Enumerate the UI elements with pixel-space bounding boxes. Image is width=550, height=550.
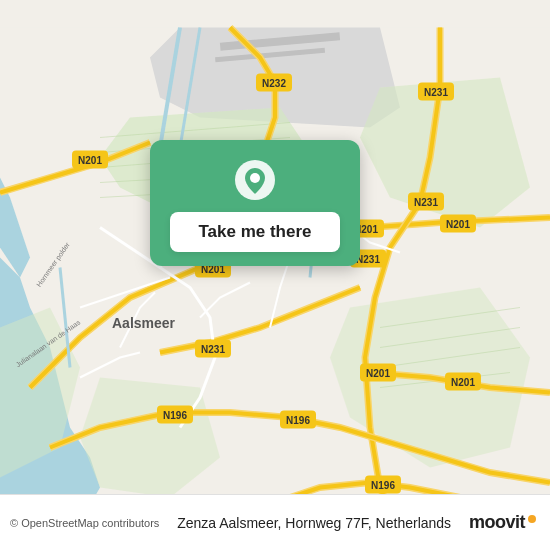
svg-text:N231: N231: [414, 197, 438, 208]
location-pin-icon: [233, 158, 277, 202]
svg-text:N201: N201: [451, 377, 475, 388]
svg-text:N232: N232: [262, 78, 286, 89]
moovit-logo-dot: [528, 515, 536, 523]
map-container: N201 N201 N201 N201 N201 N201 N231 N231 …: [0, 0, 550, 550]
svg-text:N196: N196: [163, 410, 187, 421]
svg-text:N201: N201: [78, 155, 102, 166]
svg-point-56: [250, 173, 260, 183]
svg-text:N201: N201: [366, 368, 390, 379]
popup-card: Take me there: [150, 140, 360, 266]
svg-text:N196: N196: [371, 480, 395, 491]
map-background: N201 N201 N201 N201 N201 N201 N231 N231 …: [0, 0, 550, 550]
svg-text:N231: N231: [201, 344, 225, 355]
svg-text:N201: N201: [446, 219, 470, 230]
bottom-bar: © OpenStreetMap contributors Zenza Aalsm…: [0, 494, 550, 550]
location-name: Zenza Aalsmeer, Hornweg 77F, Netherlands: [167, 515, 461, 531]
take-me-there-button[interactable]: Take me there: [170, 212, 339, 252]
svg-text:N231: N231: [424, 87, 448, 98]
moovit-logo: moovit: [469, 512, 536, 533]
svg-text:N196: N196: [286, 415, 310, 426]
moovit-logo-text: moovit: [469, 512, 525, 533]
svg-text:Aalsmeer: Aalsmeer: [112, 315, 176, 331]
map-attribution: © OpenStreetMap contributors: [10, 517, 159, 529]
